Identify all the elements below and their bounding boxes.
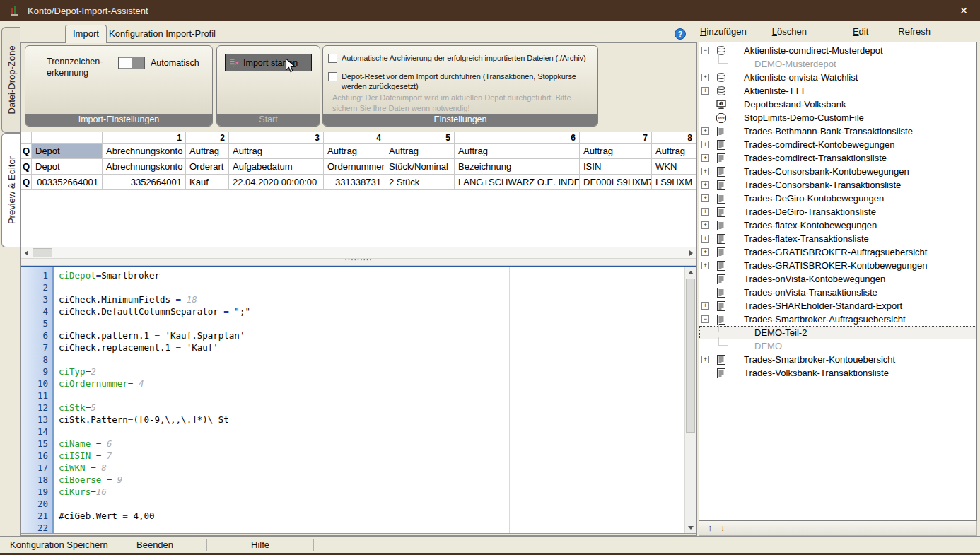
move-down-icon[interactable]: ↓ (721, 524, 725, 532)
tree-item-trades-smartbroker-kontouebersicht[interactable]: +Trades-Smartbroker-Kontouebersicht (699, 353, 976, 366)
tree-item-trades-smartbroker-auftragsuebersicht[interactable]: −Trades-Smartbroker-Auftragsuebersicht (699, 312, 976, 326)
table-cell[interactable]: Depot (32, 144, 103, 159)
editor-line[interactable]: 2 (21, 281, 684, 293)
editor-line[interactable]: 8 (21, 354, 684, 366)
table-cell[interactable]: Depot (32, 159, 103, 175)
tree-child-demo[interactable]: DEMO (699, 339, 976, 353)
tree-item-trades-onvista-kontobewegungen[interactable]: Trades-onVista-Kontobewegungen (699, 272, 976, 286)
tree-child-demo-teil-2[interactable]: DEMO-Teil-2 (699, 326, 976, 339)
editor-line[interactable]: 16ciISIN = 7 (21, 450, 684, 462)
tree-item-trades-degiro-kontobewegungen[interactable]: +Trades-DeGiro-Kontobewegungen (699, 192, 976, 205)
table-cell[interactable]: Auftrag (455, 144, 580, 159)
table-cell[interactable]: Ordernummer (324, 159, 385, 175)
scroll-right-icon[interactable] (685, 247, 696, 258)
expand-icon[interactable]: + (701, 154, 709, 162)
table-cell[interactable]: Stück/Nominal (385, 159, 455, 175)
expand-icon[interactable]: + (701, 141, 709, 148)
expand-icon[interactable]: + (701, 262, 709, 269)
editor-line[interactable]: 10ciOrdernummer= 4 (21, 378, 684, 390)
table-cell[interactable]: Auftrag (580, 144, 652, 159)
tree-item-trades-consorsbank-kontobewegungen[interactable]: +Trades-Consorsbank-Kontobewegungen (699, 165, 976, 178)
table-cell[interactable]: Kauf (186, 175, 229, 190)
scroll-left-icon[interactable] (21, 247, 32, 258)
editor-line[interactable]: 17ciWKN = 8 (21, 462, 684, 474)
splitter-handle[interactable] (21, 259, 696, 266)
table-cell[interactable]: 22.04.2020 00:00:00 (229, 175, 324, 190)
editor-line[interactable]: 6ciCheck.pattern.1 = 'Kauf.Sparplan' (21, 329, 684, 341)
editor-line[interactable]: 20 (21, 498, 684, 510)
table-cell[interactable]: Bezeichnung (455, 159, 580, 175)
table-cell[interactable]: 3352664001 (103, 175, 186, 190)
help-icon[interactable]: ? (675, 28, 686, 40)
tree-item-trades-comdirect-kontobewegungen[interactable]: +Trades-comdirect-Kontobewegungen (699, 138, 976, 151)
tree-item-trades-shareholder-standard-export[interactable]: +Trades-SHAREholder-Standard-Export (699, 299, 976, 312)
expand-icon[interactable]: + (701, 74, 709, 81)
statusbar-button-konfiguration-speichern[interactable]: Konfiguration Speichern (10, 539, 108, 550)
toolbar-button-hinzuf-gen[interactable]: Hinzufügen (700, 26, 747, 37)
statusbar-button-beenden[interactable]: Beenden (136, 539, 173, 550)
expand-icon[interactable]: + (701, 235, 709, 243)
tree-item-aktienliste-ttt[interactable]: +Aktienliste-TTT (699, 84, 976, 98)
table-cell[interactable]: ISIN (580, 159, 652, 175)
scrollbar-thumb[interactable] (686, 279, 695, 433)
editor-line[interactable]: 7ciCheck.replacement.1 = 'Kauf' (21, 341, 684, 354)
import-starten-button[interactable]: Import starten (225, 54, 312, 71)
tree-item-trades-bethmann-bank-transaktionsliste[interactable]: +Trades-Bethmann-Bank-Transaktionsliste (699, 124, 976, 138)
side-tab-datei-drop-zone[interactable]: Datei-Drop-Zone (1, 27, 20, 133)
editor-line[interactable]: 13ciStk.Pattern=([0-9,\,,\.]*)\ St (21, 414, 684, 426)
tree-item-trades-gratisbroker-auftragsuebersicht[interactable]: +Trades-GRATISBROKER-Auftragsuebersicht (699, 245, 976, 259)
preview-table[interactable]: 12345678QDepotAbrechnungskontoAuftragAuf… (21, 132, 696, 190)
tree-item-depotbestand-volksbank[interactable]: $Depotbestand-Volksbank (699, 98, 976, 111)
table-cell[interactable]: Auftrag (652, 144, 696, 159)
expand-icon[interactable]: + (701, 194, 709, 202)
table-cell[interactable]: Auftrag (324, 144, 385, 159)
expand-icon[interactable]: + (701, 248, 709, 256)
editor-line[interactable]: 15ciName = 6 (21, 438, 684, 450)
table-row[interactable]: Q0033526640013352664001Kauf22.04.2020 00… (21, 175, 696, 190)
tree-child-demo-musterdepot[interactable]: DEMO-Musterdepot (699, 57, 976, 71)
editor-line[interactable]: 19ciKurs=16 (21, 486, 684, 498)
tree-item-aktienliste-onvista-watchlist[interactable]: +Aktienliste-onvista-Watchlist (699, 71, 976, 84)
expand-icon[interactable]: + (701, 221, 709, 229)
tree-item-trades-onvista-transaktionsliste[interactable]: Trades-onVista-Transaktionsliste (699, 286, 976, 299)
depot-reset-checkbox[interactable] (328, 72, 337, 81)
side-tab-preview-editor[interactable]: Preview & Editor (1, 133, 20, 247)
editor-line[interactable]: 11 (21, 390, 684, 402)
expand-icon[interactable]: + (701, 302, 709, 310)
scroll-down-icon[interactable] (685, 522, 696, 533)
expand-icon[interactable]: + (701, 356, 709, 363)
table-cell[interactable]: Auftrag (229, 144, 324, 159)
tree-item-trades-degiro-transaktionsliste[interactable]: +Trades-DeGiro-Transaktionsliste (699, 205, 976, 218)
tree-item-stoplimits-demo-customfile[interactable]: STOPStopLimits-Demo-CustomFile (699, 111, 976, 124)
table-cell[interactable]: Abrechnungskonto (103, 159, 186, 175)
toolbar-button-l-schen[interactable]: Löschen (772, 26, 807, 37)
expand-icon[interactable]: + (701, 168, 709, 175)
table-cell[interactable]: Aufgabedatum (229, 159, 324, 175)
editor-lines[interactable]: 1ciDepot=Smartbroker23ciCheck.MinimumFie… (21, 269, 684, 534)
table-cell[interactable]: Abrechnungskonto (103, 144, 186, 159)
editor-line[interactable]: 14 (21, 426, 684, 438)
editor-line[interactable]: 12ciStk=5 (21, 402, 684, 414)
tab-import[interactable]: Import (65, 25, 107, 43)
expand-icon[interactable]: + (701, 208, 709, 216)
expand-icon[interactable]: + (701, 127, 709, 135)
scroll-up-icon[interactable] (685, 267, 696, 278)
editor-line[interactable]: 1ciDepot=Smartbroker (21, 269, 684, 281)
config-editor[interactable]: 1ciDepot=Smartbroker23ciCheck.MinimumFie… (21, 266, 696, 534)
table-cell[interactable]: WKN (652, 159, 696, 175)
tree-item-trades-flatex-kontobewegungen[interactable]: +Trades-flatex-Kontobewegungen (699, 218, 976, 232)
editor-vertical-scrollbar[interactable] (684, 267, 696, 533)
table-cell[interactable]: Orderart (186, 159, 229, 175)
tree-item-trades-consorsbank-transaktionsliste[interactable]: +Trades-Consorsbank-Transaktionsliste (699, 178, 976, 192)
scrollbar-thumb[interactable] (33, 248, 52, 257)
table-row[interactable]: QDepotAbrechnungskontoOrderartAufgabedat… (21, 159, 696, 175)
table-cell[interactable]: LS9HXM (652, 175, 696, 190)
tree-item-trades-gratisbroker-kontobewegungen[interactable]: +Trades-GRATISBROKER-Kontobewegungen (699, 259, 976, 272)
tree-item-aktienliste-comdirect-musterdepot[interactable]: −Aktienliste-comdirect-Musterdepot (699, 44, 976, 57)
expand-icon[interactable]: + (701, 181, 709, 189)
move-up-icon[interactable]: ↑ (708, 524, 712, 532)
editor-line[interactable]: 3ciCheck.MinimumFields = 18 (21, 293, 684, 305)
table-cell[interactable]: 2 Stück (385, 175, 455, 190)
archivierung-checkbox[interactable] (328, 54, 337, 63)
table-cell[interactable]: LANG+SCHWARZ O.E. INDEX (455, 175, 580, 190)
